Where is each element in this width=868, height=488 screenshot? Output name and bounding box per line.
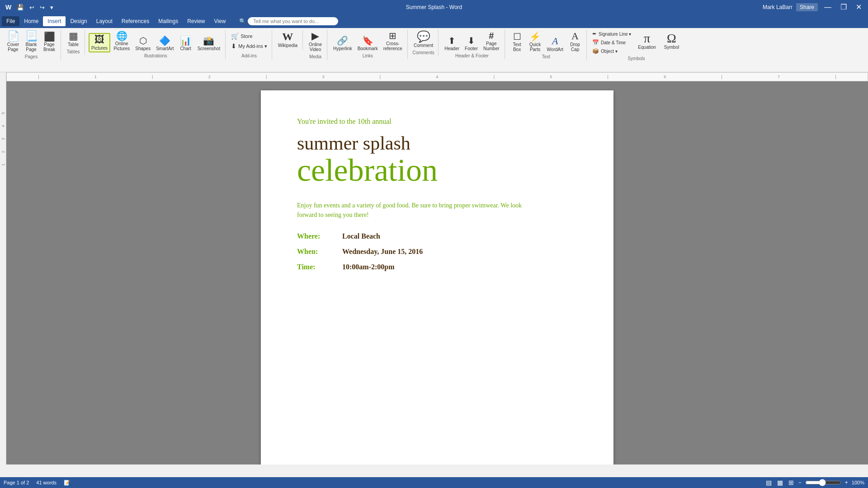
cover-page-btn[interactable]: 📄 CoverPage <box>5 30 22 53</box>
doc-where-row: Where: Local Beach <box>297 232 577 240</box>
chart-btn[interactable]: 📊 Chart <box>177 35 194 52</box>
quick-parts-label: QuickParts <box>529 42 541 52</box>
blank-page-icon: 📃 <box>25 31 38 41</box>
document-page: You're invited to the 10th annual summer… <box>261 90 613 465</box>
signature-line-btn[interactable]: ✒ Signature Line ▾ <box>590 30 633 38</box>
smartart-icon: 🔷 <box>159 36 170 45</box>
zoom-slider[interactable] <box>805 479 841 486</box>
ribbon-group-tables: ▦ Table Tables <box>62 30 85 55</box>
menu-item-layout[interactable]: Layout <box>92 16 117 26</box>
blank-page-label: BlankPage <box>25 42 37 52</box>
equation-btn[interactable]: π Equation <box>635 30 659 55</box>
title-bar-right: Mark LaBarr Share — ❐ ✕ <box>763 0 864 14</box>
close-btn[interactable]: ✕ <box>853 0 864 14</box>
text-box-btn[interactable]: ☐ TextBox <box>509 31 526 53</box>
comments-group-label: Comments <box>412 50 434 55</box>
tables-group-label: Tables <box>67 49 80 54</box>
my-addins-btn[interactable]: ⬇ My Add-ins ▾ <box>229 42 269 51</box>
print-layout-btn[interactable]: ▤ <box>765 479 773 486</box>
store-btn[interactable]: 🛒 Store <box>229 32 269 41</box>
shapes-label: Shapes <box>135 46 151 51</box>
status-bar: Page 1 of 2 41 words 📝 ▤ ▦ ⊞ − + 100% <box>0 477 868 488</box>
content-area[interactable]: You're invited to the 10th annual summer… <box>6 81 868 465</box>
shapes-icon: ⬡ <box>139 36 147 45</box>
title-bar-left: W 💾 ↩ ↪ ▾ <box>4 4 55 11</box>
menu-item-references[interactable]: References <box>117 16 154 26</box>
menu-item-view[interactable]: View <box>210 16 231 26</box>
left-ruler: 1 2 3 4 5 <box>0 81 6 465</box>
text-box-icon: ☐ <box>513 32 521 41</box>
date-time-btn[interactable]: 📅 Date & Time <box>590 38 633 47</box>
symbol-label: Symbol <box>664 45 679 50</box>
main-area: 1 2 3 4 5 You're invited to the 10th ann… <box>0 81 868 465</box>
wikipedia-btn[interactable]: W Wikipedia <box>276 30 300 49</box>
menu-item-home[interactable]: Home <box>19 16 43 26</box>
doc-title-line2: celebration <box>297 154 577 187</box>
hyperlink-btn[interactable]: 🔗 Hyperlink <box>331 35 354 52</box>
drop-cap-btn[interactable]: A DropCap <box>566 30 584 53</box>
quick-save-btn[interactable]: 💾 <box>15 4 26 11</box>
wikipedia-icon: W <box>282 31 293 42</box>
menu-item-review[interactable]: Review <box>183 16 209 26</box>
quick-dropdown-btn[interactable]: ▾ <box>48 4 55 11</box>
menu-item-insert[interactable]: Insert <box>43 16 66 26</box>
quick-undo-btn[interactable]: ↩ <box>28 4 36 11</box>
shapes-btn[interactable]: ⬡ Shapes <box>133 35 153 52</box>
links-group-label: Links <box>363 53 373 58</box>
read-mode-btn[interactable]: ⊞ <box>788 479 795 486</box>
object-btn[interactable]: 📦 Object ▾ <box>590 47 633 55</box>
chart-label: Chart <box>180 46 191 51</box>
object-icon: 📦 <box>592 48 599 54</box>
table-btn[interactable]: ▦ Table <box>65 30 82 48</box>
ribbon-group-text: ☐ TextBox ⚡ QuickParts A WordArt A DropC… <box>506 30 587 60</box>
cross-reference-btn[interactable]: ⊞ Cross-reference <box>381 30 405 52</box>
page-number-btn[interactable]: # PageNumber <box>481 30 502 52</box>
bookmark-icon: 🔖 <box>362 36 373 45</box>
pictures-btn[interactable]: 🖼 Pictures <box>89 33 110 52</box>
cover-page-icon: 📄 <box>7 31 19 41</box>
zoom-out-btn[interactable]: − <box>798 479 802 486</box>
wordart-btn[interactable]: A WordArt <box>545 35 566 53</box>
doc-time-row: Time: 10:00am-2:00pm <box>297 263 577 271</box>
online-pictures-icon: 🌐 <box>116 31 127 40</box>
comment-btn[interactable]: 💬 Comment <box>411 30 435 49</box>
screenshot-btn[interactable]: 📸 Screenshot <box>195 35 223 52</box>
symbol-btn[interactable]: Ω Symbol <box>661 30 682 55</box>
wikipedia-label: Wikipedia <box>278 43 297 48</box>
page-break-btn[interactable]: ⬛ PageBreak <box>41 31 58 53</box>
footer-btn[interactable]: ⬇ Footer <box>462 35 480 52</box>
header-footer-group-label: Header & Footer <box>455 53 489 58</box>
horizontal-ruler: | 1 | 2 | 3 | 4 | 5 | 6 | 7 | <box>6 72 868 81</box>
online-pictures-btn[interactable]: 🌐 OnlinePictures <box>111 30 132 52</box>
footer-icon: ⬇ <box>467 36 475 45</box>
where-value: Local Beach <box>342 232 380 240</box>
quick-parts-btn[interactable]: ⚡ QuickParts <box>527 31 544 53</box>
page-break-icon: ⬛ <box>44 32 55 41</box>
user-label: Mark LaBarr <box>763 4 793 10</box>
share-button[interactable]: Share <box>796 3 818 11</box>
bookmark-btn[interactable]: 🔖 Bookmark <box>355 35 380 52</box>
ribbon-group-wiki: W Wikipedia <box>273 30 303 50</box>
menu-item-file[interactable]: File <box>2 16 19 26</box>
header-btn[interactable]: ⬆ Header <box>442 35 462 52</box>
table-label: Table <box>68 42 79 47</box>
ribbon-group-media: ▶ OnlineVideo Media <box>304 30 327 60</box>
search-input[interactable] <box>248 17 338 25</box>
media-group-label: Media <box>309 54 321 59</box>
text-group-label: Text <box>542 54 550 59</box>
smartart-btn[interactable]: 🔷 SmartArt <box>154 35 176 52</box>
menu-item-mailings[interactable]: Mailings <box>154 16 183 26</box>
maximize-btn[interactable]: ❐ <box>838 0 849 14</box>
zoom-in-btn[interactable]: + <box>845 479 848 486</box>
menu-item-design[interactable]: Design <box>66 16 91 26</box>
web-layout-btn[interactable]: ▦ <box>776 479 784 486</box>
online-video-icon: ▶ <box>311 31 319 41</box>
ribbon-group-links: 🔗 Hyperlink 🔖 Bookmark ⊞ Cross-reference… <box>328 30 408 59</box>
online-video-btn[interactable]: ▶ OnlineVideo <box>307 30 324 53</box>
blank-page-btn[interactable]: 📃 BlankPage <box>23 30 40 53</box>
page-break-label: PageBreak <box>43 42 55 52</box>
minimize-btn[interactable]: — <box>821 0 834 14</box>
language-indicator: 📝 <box>64 480 70 486</box>
pages-group-label: Pages <box>25 54 38 59</box>
quick-redo-btn[interactable]: ↪ <box>38 4 47 11</box>
